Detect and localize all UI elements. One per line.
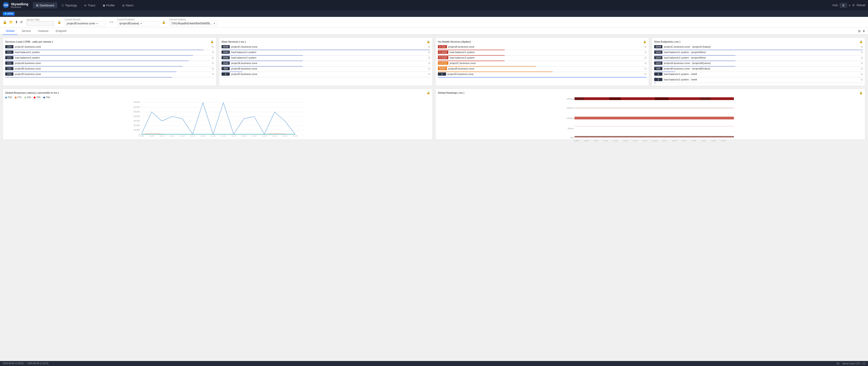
brand-sub: Rocketbot (11, 6, 28, 8)
copy-icon[interactable]: ⧉ (861, 78, 863, 81)
tab-global[interactable]: Global (3, 28, 18, 35)
metric-bar-bg (654, 55, 863, 56)
metric-name: projectB.business-zone (15, 67, 211, 70)
slow-endpoints-lock-icon[interactable]: 🔒 (859, 40, 863, 43)
copy-icon[interactable]: ⧉ (212, 45, 214, 48)
services-load-panel: Services Load ( CPM - calls per minute )… (3, 37, 216, 86)
slow-endpoints-title: Slow Endpoints ( ms ) (654, 40, 680, 43)
brand-logo: SW (3, 2, 9, 8)
nav-item-dashboard[interactable]: ⊞ Dashboard (33, 2, 57, 8)
heatmap-lock-icon[interactable]: 🔒 (859, 91, 863, 94)
copy-icon[interactable]: ⧉ (212, 73, 214, 76)
nav-item-profile[interactable]: ◉ Profile (99, 2, 118, 8)
unhealth-services-lock-icon[interactable]: 🔒 (643, 40, 646, 43)
metric-value: 1842 (222, 56, 230, 59)
tab-download-icon[interactable]: ⬇ (863, 29, 865, 33)
copy-icon[interactable]: ⧉ (861, 45, 863, 48)
copy-icon[interactable]: ⧉ (212, 56, 214, 59)
copy-icon[interactable]: ⧉ (645, 67, 646, 70)
copy-icon[interactable]: ⧉ (212, 67, 214, 70)
latency-chart-area: 70,000 60,000 50,000 40,000 30,000 20,00… (5, 101, 430, 137)
auto-interval-input[interactable] (840, 3, 847, 8)
copy-icon[interactable]: ⧉ (645, 45, 646, 48)
copy-icon[interactable]: ⧉ (861, 62, 863, 65)
copy-icon[interactable]: ⧉ (645, 73, 646, 76)
copy-icon[interactable]: ⧉ (428, 62, 430, 65)
svg-text:70,000: 70,000 (133, 101, 140, 103)
nav-item-trace[interactable]: ⊳ Trace (81, 2, 99, 8)
copy-icon[interactable]: ⧉ (861, 51, 863, 54)
tab-layout-icon[interactable]: ⊞ (858, 29, 861, 33)
toolbar-icons: 🔒 📁 ⬇ ↺ (3, 20, 23, 24)
endpoint-value: 3 (654, 78, 662, 81)
endpoint-name: projectA.business-zone - /projectA/{name… (664, 62, 860, 64)
current-instance-select[interactable]: 734146aad8424eb490ef3b6f0fb... ▼ (169, 21, 217, 26)
download-icon[interactable]: ⬇ (15, 20, 18, 24)
metric-name: projectD.business-zone (15, 73, 211, 76)
list-item: 4698 projectC.business-zone - /projectC/… (654, 45, 863, 50)
instance-chevron-icon: ▼ (213, 22, 215, 25)
svg-text:10,000: 10,000 (133, 129, 140, 131)
refresh-icon[interactable]: ↺ (20, 20, 23, 24)
copy-icon[interactable]: ⧉ (645, 51, 646, 54)
svg-rect-41 (575, 136, 734, 137)
toolbar-separator-1: <> (109, 20, 114, 24)
slow-endpoints-rows: 4698 projectC.business-zone - /projectC/… (654, 45, 863, 83)
metric-value: 1842 (222, 61, 230, 65)
list-item: 0 projectD.business-zone ⧉ (222, 73, 430, 78)
list-item: 0.4721 projectC.business-zone ⧉ (438, 61, 646, 66)
metric-name: load balancer2.system (15, 56, 211, 59)
metric-bar-bg (222, 61, 430, 61)
reload-button[interactable]: Reload (857, 4, 865, 7)
svg-text:11:08: 11:08 (574, 140, 579, 142)
lock-icon[interactable]: 🔒 (3, 20, 7, 24)
copy-icon[interactable]: ⧉ (428, 51, 430, 54)
metric-bar-fill (654, 61, 736, 61)
svg-text:11:18: 11:18 (672, 140, 677, 142)
svg-text:SW: SW (4, 4, 8, 7)
copy-icon[interactable]: ⧉ (861, 67, 863, 70)
list-item: 1 projectD.business-zone ⧉ (438, 73, 646, 78)
services-load-lock-icon[interactable]: 🔒 (210, 40, 214, 43)
nav-right: Auto s ↺ Reload (832, 3, 865, 8)
svg-text:11:21: 11:21 (272, 135, 277, 137)
copy-icon[interactable]: ⧉ (212, 51, 214, 54)
tab-endpoint[interactable]: Endpoint (53, 28, 70, 35)
metric-value: 211 (5, 67, 13, 70)
metric-bar-fill (438, 50, 504, 50)
copy-icon[interactable]: ⧉ (428, 45, 430, 48)
svg-rect-43 (575, 126, 734, 127)
current-endpoint-select[interactable]: /projectB/{value} ▼ (117, 21, 158, 26)
copy-icon[interactable]: ⧉ (645, 62, 646, 65)
svg-text:500ms: 500ms (568, 128, 574, 130)
svg-text:11:18: 11:18 (242, 135, 246, 137)
metric-name: projectA.business-zone (231, 62, 427, 64)
list-item: 1842 projectA.business-zone - /projectA/… (654, 61, 863, 66)
current-service-select[interactable]: projectB.business-zone ▼ (65, 21, 106, 26)
current-endpoint-wrapper: Current Endpoint /projectB/{value} ▼ (117, 18, 158, 26)
tab-instance[interactable]: Instance (35, 28, 52, 35)
tab-service[interactable]: Service (19, 28, 34, 35)
nav-item-alarm[interactable]: ◎ Alarm (119, 2, 136, 8)
copy-icon[interactable]: ⧉ (428, 73, 430, 76)
svg-text:11:20: 11:20 (691, 140, 696, 142)
copy-icon[interactable]: ⧉ (212, 62, 214, 65)
copy-icon[interactable]: ⧉ (645, 56, 646, 59)
list-item: 1842 load balancer2.system ⧉ (222, 56, 430, 61)
slow-services-lock-icon[interactable]: 🔒 (427, 40, 430, 43)
service-filter-wrapper: Service Filter (26, 19, 54, 26)
list-item: 211 projectA.business-zone ⧉ (5, 61, 214, 66)
list-item: 490 projectB.business-zone - /projectB/{… (654, 67, 863, 72)
metric-bar-bg (654, 66, 863, 66)
nav-item-topology[interactable]: ⬡ Topology (58, 2, 80, 8)
trace-icon: ⊳ (84, 4, 87, 7)
metric-bar-fill (654, 77, 656, 78)
copy-icon[interactable]: ⧉ (861, 73, 863, 76)
copy-icon[interactable]: ⧉ (428, 67, 430, 70)
folder-icon[interactable]: 📁 (9, 20, 13, 24)
apm-badge[interactable]: APM (3, 12, 14, 16)
service-filter-input[interactable] (26, 21, 54, 26)
latency-lock-icon[interactable]: 🔒 (427, 91, 430, 94)
copy-icon[interactable]: ⧉ (861, 56, 863, 59)
copy-icon[interactable]: ⧉ (428, 56, 430, 59)
